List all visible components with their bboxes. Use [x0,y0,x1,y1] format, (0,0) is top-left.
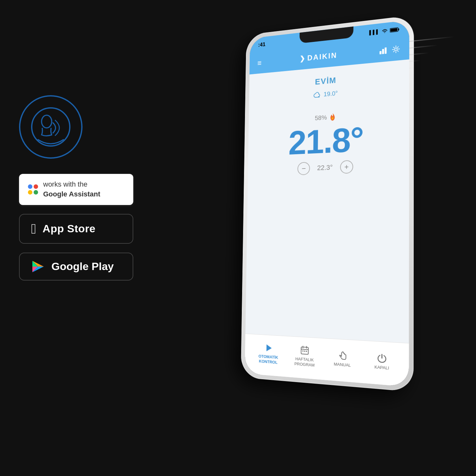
svg-point-12 [395,48,397,51]
google-assistant-badge[interactable]: works with the Google Assistant [19,174,133,205]
calendar-icon [300,345,309,355]
app-store-label: App Store [43,222,96,235]
svg-marker-13 [266,344,272,352]
svg-line-15 [301,349,308,349]
google-play-badge[interactable]: Google Play [19,253,133,281]
phone-inner: :41 ▌▌▌ [245,20,409,387]
nav-item-off[interactable]: KAPALI [362,352,402,372]
nav-item-weekly[interactable]: HAFTALIKPROGRAM [286,344,323,368]
svg-rect-9 [380,51,381,54]
left-panel: works with the Google Assistant  App St… [19,95,152,281]
voice-circle-icon [19,95,83,159]
phone-notch [300,26,354,43]
svg-rect-19 [304,351,305,352]
outdoor-temp: 19.0° [324,90,338,98]
signal-icon: ▌▌▌ [369,29,380,35]
set-temperature: 22.3° [317,163,333,172]
google-play-icon [31,260,45,274]
nav-label-manual: MANUAL [334,361,351,368]
google-dot-yellow [28,190,32,195]
voice-assistant-svg [30,106,71,148]
svg-point-1 [42,115,52,128]
temperature-display: 58% 21.8° − [254,108,403,177]
auto-control-icon [264,343,273,353]
apple-icon:  [31,221,36,237]
app-content: EVİM 19.0° 58% [245,59,409,343]
settings-icon[interactable] [392,45,400,54]
cloud-icon [314,91,321,99]
battery-icon [390,27,400,33]
power-icon [377,353,387,363]
google-play-label: Google Play [51,260,114,273]
phone-outer: :41 ▌▌▌ [241,15,414,392]
nav-label-automatic: OTOMATİKKONTROL [258,354,278,365]
phone-screen: :41 ▌▌▌ [245,20,409,387]
main-scene: works with the Google Assistant  App St… [0,0,476,476]
google-dot-blue [28,184,32,189]
status-icons: ▌▌▌ [369,27,400,35]
google-dot-red [34,184,38,189]
nav-item-automatic[interactable]: OTOMATİKKONTROL [251,342,287,366]
weather-info: 19.0° [314,90,338,99]
svg-rect-7 [398,29,399,30]
svg-rect-10 [382,49,384,54]
flame-icon [329,112,336,122]
temperature-controls: − 22.3° + [297,160,353,175]
svg-point-0 [32,108,70,146]
nav-item-manual[interactable]: MANUAL [323,349,362,368]
status-time: :41 [258,41,265,48]
svg-rect-8 [390,28,397,32]
daikin-logo: ❯ DAIKIN [300,51,337,63]
google-assistant-text: works with the Google Assistant [43,180,100,199]
menu-icon[interactable]: ≡ [257,58,262,68]
google-dots-icon [28,184,38,195]
svg-rect-20 [306,351,307,352]
main-temperature: 21.8° [288,122,363,160]
decrease-temp-button[interactable]: − [297,162,310,175]
header-icons [379,45,400,55]
stats-icon[interactable] [379,46,387,55]
svg-rect-11 [385,47,387,54]
humidity-value: 58% [315,114,327,122]
bottom-nav: OTOMATİKKONTROL [245,334,409,387]
humidity-row: 58% [315,112,336,122]
wifi-icon [381,29,388,34]
nav-label-weekly: HAFTALIKPROGRAM [294,356,315,368]
app-store-badge[interactable]:  App Store [19,214,133,244]
manual-icon [338,350,347,360]
nav-label-off: KAPALI [374,364,389,371]
increase-temp-button[interactable]: + [340,160,353,174]
location-name: EVİM [315,76,336,87]
svg-rect-18 [302,350,303,351]
phone-wrapper: :41 ▌▌▌ [240,10,455,469]
google-dot-green [34,190,38,195]
